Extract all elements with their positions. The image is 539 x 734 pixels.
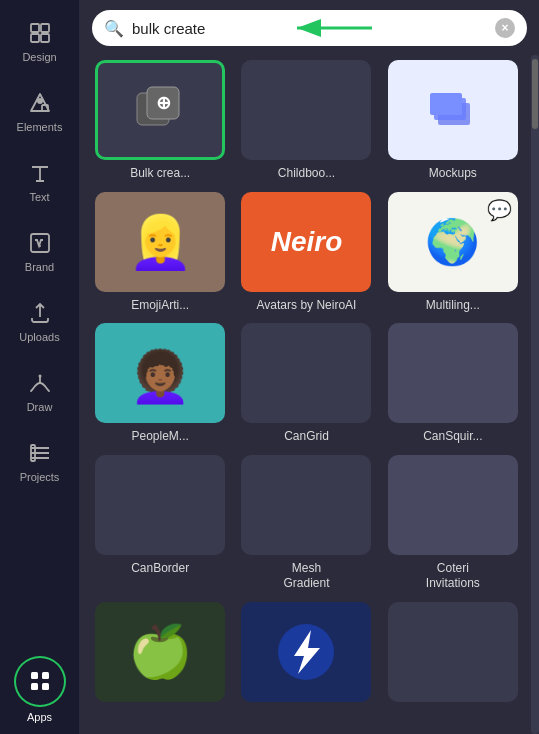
- app-label-multilingual: Multiling...: [426, 298, 480, 314]
- app-label-bulk-create: Bulk crea...: [130, 166, 190, 182]
- draw-icon: [26, 369, 54, 397]
- sidebar-item-projects[interactable]: Projects: [5, 428, 75, 496]
- sidebar-label-brand: Brand: [25, 261, 54, 274]
- app-label-coteri: Coteri Invitations: [426, 561, 480, 592]
- sidebar: Design Elements Text Brand: [0, 0, 80, 734]
- sidebar-item-text[interactable]: Text: [5, 148, 75, 216]
- projects-icon: [26, 439, 54, 467]
- brand-icon: [26, 229, 54, 257]
- app-thumb-peoplem: 👩🏾‍🦱: [95, 323, 225, 423]
- search-input-wrap: 🔍 ×: [92, 10, 527, 46]
- app-thumb-childbook: [241, 60, 371, 160]
- app-item-avatars-neiro[interactable]: Neiro Avatars by NeiroAI: [238, 192, 374, 314]
- app-thumb-canborder: [95, 455, 225, 555]
- app-label-emoji-artist: EmojiArti...: [131, 298, 189, 314]
- app-item-cangrid[interactable]: CanGrid: [238, 323, 374, 445]
- svg-rect-21: [430, 93, 462, 115]
- app-item-apple[interactable]: 🍏: [92, 602, 228, 708]
- sidebar-item-brand[interactable]: Brand: [5, 218, 75, 286]
- svg-rect-1: [41, 24, 49, 32]
- search-bar: 🔍 ×: [80, 0, 539, 54]
- app-label-mockups: Mockups: [429, 166, 477, 182]
- app-thumb-cansquirt: [388, 323, 518, 423]
- svg-point-4: [37, 98, 43, 104]
- svg-rect-10: [31, 672, 38, 679]
- sidebar-label-uploads: Uploads: [19, 331, 59, 344]
- svg-rect-12: [31, 683, 38, 690]
- sidebar-label-design: Design: [22, 51, 56, 64]
- app-label-cansquirt: CanSquir...: [423, 429, 482, 445]
- search-icon: 🔍: [104, 19, 124, 38]
- app-label-childbook: Childboo...: [278, 166, 335, 182]
- svg-text:⊕: ⊕: [156, 93, 171, 113]
- svg-point-7: [39, 245, 41, 247]
- sidebar-item-design[interactable]: Design: [5, 8, 75, 76]
- app-thumb-multilingual: 🌍 💬: [388, 192, 518, 292]
- apps-circle: [14, 656, 66, 707]
- app-label-cangrid: CanGrid: [284, 429, 329, 445]
- app-item-lightning[interactable]: [238, 602, 374, 708]
- app-item-multilingual[interactable]: 🌍 💬 Multiling...: [385, 192, 521, 314]
- svg-rect-13: [42, 683, 49, 690]
- app-thumb-cangrid: [241, 323, 371, 423]
- app-thumb-bulk-create: ⊕: [95, 60, 225, 160]
- app-label-canborder: CanBorder: [131, 561, 189, 577]
- app-item-coteri[interactable]: Coteri Invitations: [385, 455, 521, 592]
- app-item-canborder[interactable]: CanBorder: [92, 455, 228, 592]
- clear-search-button[interactable]: ×: [495, 18, 515, 38]
- scrollbar-track[interactable]: [531, 55, 539, 734]
- app-thumb-emoji-artist: 👱‍♀️: [95, 192, 225, 292]
- svg-rect-0: [31, 24, 39, 32]
- app-item-mesh-gradient[interactable]: Mesh Gradient: [238, 455, 374, 592]
- main-panel: 🔍 ×: [80, 0, 539, 734]
- app-item-mockups[interactable]: Mockups: [385, 60, 521, 182]
- text-icon: [26, 159, 54, 187]
- app-item-cansquirt[interactable]: CanSquir...: [385, 323, 521, 445]
- search-input[interactable]: [132, 20, 487, 37]
- sidebar-label-apps: Apps: [27, 711, 52, 724]
- app-thumb-mesh-gradient: [241, 455, 371, 555]
- app-label-avatars-neiro: Avatars by NeiroAI: [257, 298, 357, 314]
- svg-point-8: [38, 375, 41, 378]
- sidebar-item-uploads[interactable]: Uploads: [5, 288, 75, 356]
- svg-rect-11: [42, 672, 49, 679]
- scrollbar-thumb[interactable]: [532, 59, 538, 129]
- app-label-mesh-gradient: Mesh Gradient: [283, 561, 329, 592]
- app-thumb-apple: 🍏: [95, 602, 225, 702]
- sidebar-item-apps[interactable]: Apps: [5, 656, 75, 724]
- app-item-bulk-create[interactable]: ⊕ Bulk crea...: [92, 60, 228, 182]
- svg-rect-3: [41, 34, 49, 42]
- design-icon: [26, 19, 54, 47]
- neiro-text: Neiro: [271, 226, 343, 258]
- app-thumb-empty-last: [388, 602, 518, 702]
- sidebar-item-draw[interactable]: Draw: [5, 358, 75, 426]
- app-thumb-avatars-neiro: Neiro: [241, 192, 371, 292]
- app-thumb-coteri: [388, 455, 518, 555]
- uploads-icon: [26, 299, 54, 327]
- app-label-peoplem: PeopleM...: [131, 429, 188, 445]
- app-thumb-lightning: [241, 602, 371, 702]
- elements-icon: [26, 89, 54, 117]
- app-grid-container[interactable]: ⊕ Bulk crea... Childboo...: [80, 54, 539, 734]
- svg-rect-2: [31, 34, 39, 42]
- app-item-empty-last: [385, 602, 521, 708]
- sidebar-label-elements: Elements: [17, 121, 63, 134]
- app-item-emoji-artist[interactable]: 👱‍♀️ EmojiArti...: [92, 192, 228, 314]
- sidebar-label-projects: Projects: [20, 471, 60, 484]
- app-item-peoplem[interactable]: 👩🏾‍🦱 PeopleM...: [92, 323, 228, 445]
- sidebar-label-text: Text: [29, 191, 49, 204]
- sidebar-label-draw: Draw: [27, 401, 53, 414]
- app-grid: ⊕ Bulk crea... Childboo...: [92, 60, 521, 708]
- app-item-childbook[interactable]: Childboo...: [238, 60, 374, 182]
- sidebar-item-elements[interactable]: Elements: [5, 78, 75, 146]
- app-thumb-mockups: [388, 60, 518, 160]
